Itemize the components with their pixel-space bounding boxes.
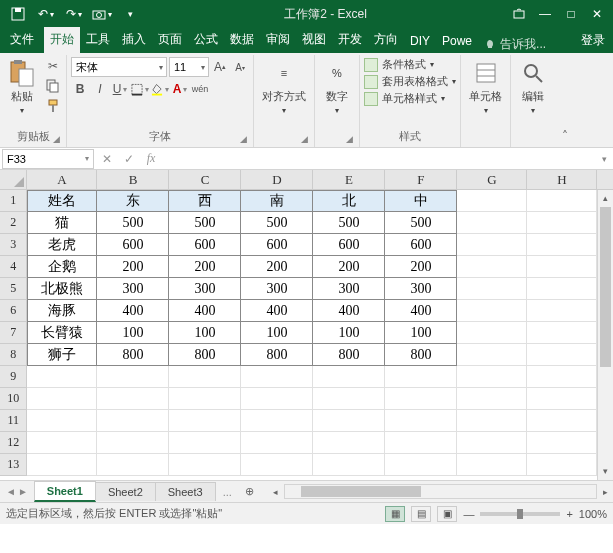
dialog-launcher-icon[interactable]: ◢ (301, 134, 308, 144)
tab-insert[interactable]: 插入 (116, 27, 152, 53)
cell[interactable]: 800 (385, 344, 457, 366)
cell[interactable] (457, 300, 527, 322)
cell[interactable] (457, 212, 527, 234)
cell[interactable]: 400 (97, 300, 169, 322)
cell[interactable]: 500 (241, 212, 313, 234)
fill-color-icon[interactable]: ▾ (151, 80, 169, 98)
cell[interactable] (457, 454, 527, 476)
cell[interactable] (527, 212, 597, 234)
cell[interactable] (241, 388, 313, 410)
cell[interactable]: 100 (241, 322, 313, 344)
cell[interactable]: 500 (97, 212, 169, 234)
expand-formula-icon[interactable]: ▾ (595, 154, 613, 164)
cell[interactable]: 800 (169, 344, 241, 366)
sheet-tab-2[interactable]: Sheet2 (95, 482, 156, 501)
tab-file[interactable]: 文件 (0, 27, 44, 53)
sheet-tab-1[interactable]: Sheet1 (34, 481, 96, 502)
row-header[interactable]: 12 (0, 432, 27, 454)
align-button[interactable]: ≡对齐方式▾ (258, 57, 310, 117)
cell[interactable]: 200 (241, 256, 313, 278)
row-header[interactable]: 7 (0, 322, 27, 344)
cell[interactable] (313, 454, 385, 476)
cell[interactable]: 400 (385, 300, 457, 322)
cell[interactable] (457, 366, 527, 388)
zoom-value[interactable]: 100% (579, 508, 607, 520)
sheet-nav-prev-icon[interactable]: ◄ (6, 486, 16, 497)
underline-icon[interactable]: U▾ (111, 80, 129, 98)
camera-icon[interactable]: ▾ (90, 4, 114, 24)
minimize-icon[interactable]: ― (533, 4, 557, 24)
cell[interactable]: 400 (313, 300, 385, 322)
cell[interactable] (313, 388, 385, 410)
format-painter-icon[interactable] (44, 97, 62, 115)
cell[interactable] (169, 366, 241, 388)
cell[interactable]: 600 (385, 234, 457, 256)
cell[interactable] (457, 388, 527, 410)
cells-area[interactable]: 姓名东西南北中猫500500500500500老虎600600600600600… (27, 190, 597, 480)
cancel-formula-icon[interactable]: ✕ (96, 152, 118, 166)
tab-home[interactable]: 开始 (44, 27, 80, 53)
view-layout-icon[interactable]: ▤ (411, 506, 431, 522)
cell[interactable] (313, 410, 385, 432)
select-all-button[interactable] (0, 170, 27, 189)
row-header[interactable]: 3 (0, 234, 27, 256)
cell[interactable] (385, 366, 457, 388)
cell[interactable]: 500 (169, 212, 241, 234)
cell[interactable] (457, 234, 527, 256)
add-sheet-icon[interactable]: ⊕ (240, 485, 260, 498)
cell[interactable] (169, 432, 241, 454)
cell[interactable] (457, 432, 527, 454)
col-header[interactable]: H (527, 170, 597, 189)
cell[interactable] (169, 410, 241, 432)
cell[interactable] (527, 410, 597, 432)
tab-data[interactable]: 数据 (224, 27, 260, 53)
fx-icon[interactable]: fx (140, 151, 162, 166)
decrease-font-icon[interactable]: A▾ (231, 58, 249, 76)
save-icon[interactable] (6, 4, 30, 24)
tab-diy[interactable]: DIY (404, 30, 436, 53)
name-box[interactable]: F33 (2, 149, 94, 169)
bold-icon[interactable]: B (71, 80, 89, 98)
col-header[interactable]: A (27, 170, 97, 189)
sheet-tab-more[interactable]: ... (215, 483, 240, 501)
cell[interactable]: 猫 (27, 212, 97, 234)
cell[interactable] (97, 432, 169, 454)
cell[interactable] (27, 432, 97, 454)
cell[interactable]: 300 (385, 278, 457, 300)
col-header[interactable]: C (169, 170, 241, 189)
view-break-icon[interactable]: ▣ (437, 506, 457, 522)
zoom-slider[interactable] (480, 512, 560, 516)
col-header[interactable]: G (457, 170, 527, 189)
cell[interactable] (457, 256, 527, 278)
cell[interactable] (385, 410, 457, 432)
cell[interactable]: 狮子 (27, 344, 97, 366)
cell[interactable]: 北极熊 (27, 278, 97, 300)
cell[interactable] (97, 410, 169, 432)
sheet-tab-3[interactable]: Sheet3 (155, 482, 216, 501)
cell[interactable] (457, 278, 527, 300)
login-button[interactable]: 登录 (573, 28, 613, 53)
border-icon[interactable]: ▾ (131, 80, 149, 98)
font-color-icon[interactable]: A▾ (171, 80, 189, 98)
row-header[interactable]: 11 (0, 410, 27, 432)
cell[interactable] (385, 388, 457, 410)
cell[interactable]: 400 (169, 300, 241, 322)
col-header[interactable]: F (385, 170, 457, 189)
row-header[interactable]: 10 (0, 388, 27, 410)
number-button[interactable]: %数字▾ (319, 57, 355, 117)
tab-formulas[interactable]: 公式 (188, 27, 224, 53)
cell[interactable] (241, 454, 313, 476)
cell[interactable] (97, 454, 169, 476)
row-header[interactable]: 5 (0, 278, 27, 300)
cell[interactable] (457, 410, 527, 432)
col-header[interactable]: E (313, 170, 385, 189)
redo-icon[interactable]: ↷▾ (62, 4, 86, 24)
conditional-format-button[interactable]: 条件格式 ▾ (364, 57, 456, 72)
table-format-button[interactable]: 套用表格格式 ▾ (364, 74, 456, 89)
maximize-icon[interactable]: □ (559, 4, 583, 24)
cell[interactable]: 姓名 (27, 190, 97, 212)
cell[interactable] (97, 366, 169, 388)
cell[interactable]: 300 (169, 278, 241, 300)
qat-more-icon[interactable]: ▾ (118, 4, 142, 24)
cell[interactable]: 海豚 (27, 300, 97, 322)
